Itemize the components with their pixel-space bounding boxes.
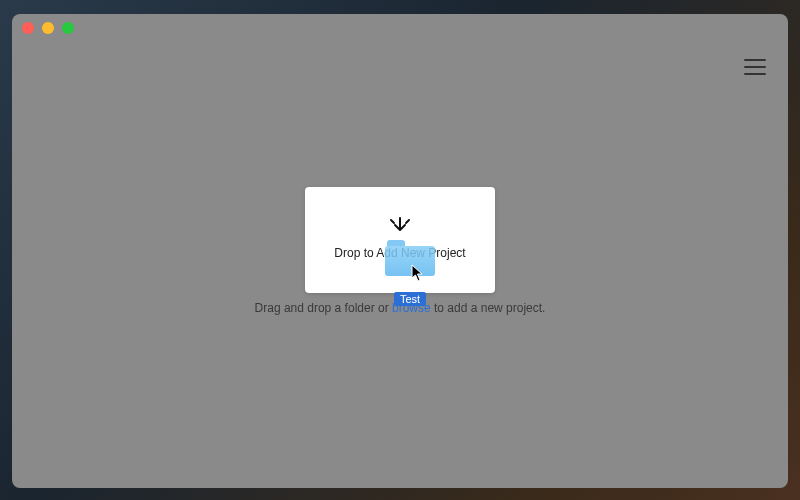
desktop-background: Drop to Add New Project Drag and drop a … bbox=[0, 0, 800, 500]
hint-text: Drag and drop a folder or browse to add … bbox=[255, 301, 546, 315]
app-window: Drop to Add New Project Drag and drop a … bbox=[12, 14, 788, 488]
main-content: Drop to Add New Project Drag and drop a … bbox=[12, 14, 788, 488]
hint-suffix: to add a new project. bbox=[431, 301, 546, 315]
download-icon bbox=[389, 216, 411, 238]
drop-zone-label: Drop to Add New Project bbox=[334, 246, 465, 260]
svg-line-1 bbox=[391, 220, 394, 223]
drop-zone[interactable]: Drop to Add New Project bbox=[305, 187, 495, 293]
svg-line-2 bbox=[406, 220, 409, 223]
browse-link[interactable]: browse bbox=[392, 301, 431, 315]
hint-prefix: Drag and drop a folder or bbox=[255, 301, 392, 315]
